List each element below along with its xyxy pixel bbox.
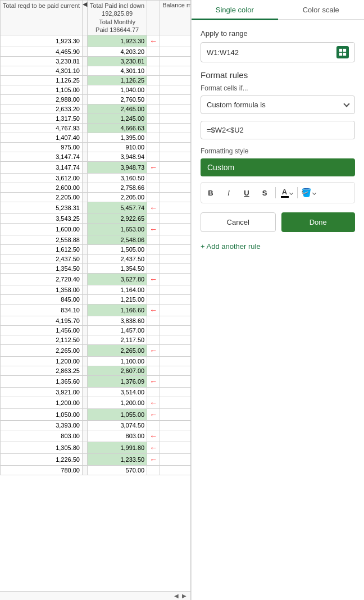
cell-u[interactable]: 780.00 [1, 466, 83, 475]
tab-color-scale[interactable]: Color scale [278, 0, 365, 19]
cell-balance[interactable]: 910.00 [160, 85, 190, 95]
cell-w[interactable]: 1,215.00 [87, 295, 147, 304]
custom-style-bar[interactable]: Custom [201, 158, 355, 176]
cell-w[interactable]: 1,245.00 [87, 114, 147, 124]
cell-w[interactable]: 2,922.65 [87, 214, 147, 224]
cell-u[interactable]: 1,612.50 [1, 245, 83, 254]
cell-w[interactable]: 1,166.60 [87, 304, 147, 316]
cell-balance[interactable]: 1,400.00 [160, 224, 190, 235]
range-input[interactable] [207, 48, 336, 57]
cell-balance[interactable]: 900.00 [160, 357, 190, 366]
cell-balance[interactable]: 2,433.66 [160, 183, 190, 193]
cell-balance[interactable]: 1,787.50 [160, 335, 190, 345]
cell-w[interactable]: 2,437.50 [87, 254, 147, 264]
cell-balance[interactable]: 2,175.00 [160, 104, 190, 114]
cell-u[interactable]: 1,126.25 [1, 76, 83, 85]
cell-balance[interactable]: 657.00 [160, 430, 190, 442]
cell-u[interactable]: 1,317.50 [1, 114, 83, 124]
cell-w[interactable]: 803.00 [87, 430, 147, 442]
cell-u[interactable]: 1,358.00 [1, 285, 83, 295]
scroll-right[interactable]: ▶ [180, 592, 188, 600]
cell-balance[interactable]: 666.60 [160, 304, 190, 316]
cell-u[interactable]: 845.00 [1, 295, 83, 304]
col-nav-header[interactable]: ◀ [82, 1, 87, 35]
cell-w[interactable]: 3,074.50 [87, 421, 147, 430]
cell-balance[interactable]: 1,085.00 [160, 114, 190, 124]
cell-w[interactable]: 1,653.00 [87, 224, 147, 235]
cell-balance[interactable]: 993.75 [160, 76, 190, 85]
cell-balance[interactable]: 2,627.80 [160, 274, 190, 285]
cell-w[interactable]: 3,948.94 [87, 152, 147, 162]
cell-u[interactable]: 1,200.00 [1, 357, 83, 366]
cell-u[interactable]: 1,105.00 [1, 85, 83, 95]
cell-u[interactable]: 5,238.31 [1, 202, 83, 214]
cell-w[interactable]: 2,607.00 [87, 366, 147, 376]
cell-balance[interactable]: 1,887.50 [160, 345, 190, 357]
cell-u[interactable]: 3,543.25 [1, 214, 83, 224]
cell-balance[interactable]: 780.00 [160, 143, 190, 152]
cell-u[interactable]: 1,050.00 [1, 409, 83, 421]
cell-u[interactable]: 2,600.00 [1, 183, 83, 193]
cell-u[interactable]: 3,393.00 [1, 421, 83, 430]
cell-u[interactable]: 1,365.60 [1, 376, 83, 388]
fill-color-button[interactable]: 🪣 [300, 185, 317, 201]
cell-w[interactable]: 1,395.00 [87, 133, 147, 143]
cell-balance[interactable]: 3,677.80 [160, 47, 190, 57]
cell-balance[interactable]: 1,240.00 [160, 133, 190, 143]
tab-single-color[interactable]: Single color [192, 0, 278, 20]
cell-balance[interactable]: 1,911.00 [160, 193, 190, 202]
cell-u[interactable]: 4,465.90 [1, 47, 83, 57]
cell-u[interactable]: 2,205.00 [1, 193, 83, 202]
cell-balance[interactable]: 1,003.50 [160, 454, 190, 466]
cell-u[interactable]: 1,354.50 [1, 264, 83, 274]
cell-w[interactable]: 1,376.09 [87, 376, 147, 388]
cell-u[interactable]: 3,612.00 [1, 174, 83, 183]
cell-balance[interactable]: 3,823.20 [160, 66, 190, 76]
cell-u[interactable]: 2,437.50 [1, 254, 83, 264]
cell-u[interactable]: 1,456.00 [1, 326, 83, 335]
cell-u[interactable]: 3,147.74 [1, 162, 83, 174]
cell-w[interactable]: 1,923.30 [87, 35, 147, 47]
cell-w[interactable]: 1,100.00 [87, 357, 147, 366]
strikethrough-button[interactable]: S [256, 185, 273, 201]
cell-balance[interactable]: 2,428.50 [160, 95, 190, 104]
cell-w[interactable]: 4,301.10 [87, 66, 147, 76]
cell-w[interactable]: 2,117.50 [87, 335, 147, 345]
cell-u[interactable]: 2,558.88 [1, 235, 83, 245]
done-button[interactable]: Done [281, 212, 356, 232]
cell-w[interactable]: 570.00 [87, 466, 147, 475]
cell-u[interactable]: 2,720.40 [1, 274, 83, 285]
cell-w[interactable]: 3,514.00 [87, 388, 147, 397]
cell-u[interactable]: 3,147.74 [1, 152, 83, 162]
cell-balance[interactable]: 4,175.09 [160, 124, 190, 133]
cell-w[interactable]: 2,548.06 [87, 235, 147, 245]
cell-w[interactable]: 5,457.74 [87, 202, 147, 214]
underline-button[interactable]: U [238, 185, 255, 201]
cell-u[interactable]: 2,863.25 [1, 366, 83, 376]
cell-u[interactable]: 834.10 [1, 304, 83, 316]
cell-w[interactable]: 3,948.73 [87, 162, 147, 174]
cell-balance[interactable]: 2,398.06 [160, 235, 190, 245]
condition-dropdown[interactable]: Custom formula is [201, 96, 355, 114]
formula-input[interactable] [201, 121, 355, 139]
cell-u[interactable]: 4,195.70 [1, 316, 83, 326]
cell-balance[interactable]: 2,709.00 [160, 174, 190, 183]
cell-balance[interactable]: 1,161.00 [160, 264, 190, 274]
cell-balance[interactable]: 4,957.74 [160, 202, 190, 214]
cell-u[interactable]: 4,301.10 [1, 66, 83, 76]
cell-w[interactable]: 1,991.80 [87, 442, 147, 454]
cell-w[interactable]: 1,040.00 [87, 85, 147, 95]
cell-balance[interactable]: 1,164.00 [160, 285, 190, 295]
cell-w[interactable]: 1,200.00 [87, 397, 147, 409]
cell-balance[interactable]: 2,749.50 [160, 421, 190, 430]
cell-w[interactable]: 2,760.50 [87, 95, 147, 104]
cell-u[interactable]: 1,226.50 [1, 454, 83, 466]
cell-w[interactable]: 3,838.60 [87, 316, 147, 326]
cell-w[interactable]: 2,265.00 [87, 345, 147, 357]
cell-w[interactable]: 2,758.66 [87, 183, 147, 193]
cell-w[interactable]: 1,457.00 [87, 326, 147, 335]
cell-balance[interactable]: 440.00 [160, 466, 190, 475]
font-color-button[interactable]: A [278, 185, 295, 201]
cell-u[interactable]: 2,112.50 [1, 335, 83, 345]
cell-u[interactable]: 975.00 [1, 143, 83, 152]
